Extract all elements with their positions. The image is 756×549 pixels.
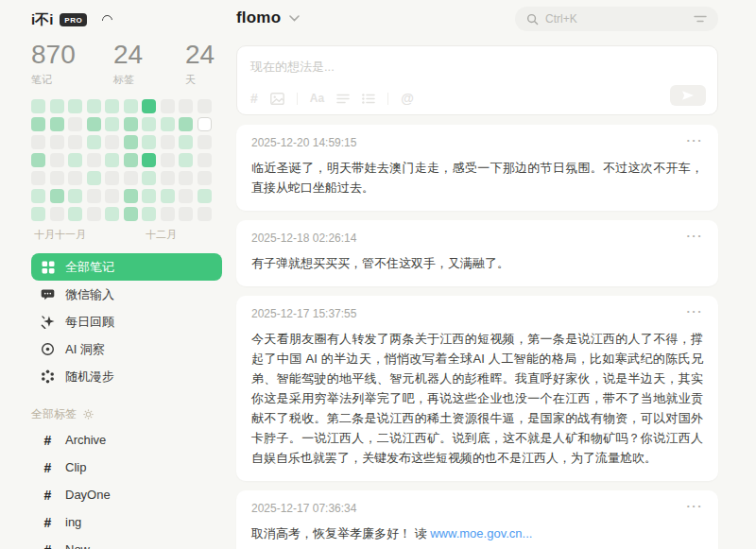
sync-icon[interactable] [100, 12, 114, 26]
heatmap-cell[interactable] [50, 99, 64, 113]
sidebar-item-wechat[interactable]: 微信输入 [31, 281, 222, 308]
heatmap-cell[interactable] [142, 117, 156, 131]
heatmap-cell[interactable] [179, 117, 193, 131]
heatmap-cell[interactable] [87, 117, 101, 131]
heatmap-cell[interactable] [87, 171, 101, 185]
heatmap-cell[interactable] [179, 189, 193, 203]
heatmap-cell[interactable] [198, 99, 212, 113]
heatmap-cell[interactable] [68, 207, 82, 221]
heatmap-cell[interactable] [31, 189, 45, 203]
heatmap-cell[interactable] [87, 207, 101, 221]
heatmap-cell[interactable] [179, 153, 193, 167]
image-icon[interactable] [270, 93, 284, 105]
note-link[interactable]: www.moe.gov.cn... [430, 526, 532, 540]
note-editor[interactable]: 现在的想法是... #Aa@ [236, 45, 718, 115]
tags-settings-icon[interactable] [83, 409, 94, 420]
heatmap-cell[interactable] [105, 189, 119, 203]
logo-dropdown[interactable]: flomo [236, 9, 300, 27]
heatmap-cell[interactable] [142, 135, 156, 149]
user-row[interactable]: i不i PRO [31, 11, 236, 28]
heatmap-cell[interactable] [198, 153, 212, 167]
heatmap-cell[interactable] [142, 171, 156, 185]
heatmap-cell[interactable] [161, 171, 175, 185]
heatmap-cell[interactable] [50, 153, 64, 167]
send-button[interactable] [670, 85, 706, 106]
note-menu-button[interactable]: ··· [687, 133, 704, 147]
heatmap-cell[interactable] [161, 117, 175, 131]
bullet-list-icon[interactable] [362, 94, 375, 104]
heatmap-cell[interactable] [50, 117, 64, 131]
heatmap-cell[interactable] [124, 189, 138, 203]
heatmap-cell[interactable] [124, 171, 138, 185]
heatmap-cell[interactable] [68, 99, 82, 113]
note-menu-button[interactable]: ··· [687, 499, 704, 513]
heatmap-cell[interactable] [124, 99, 138, 113]
note-menu-button[interactable]: ··· [687, 304, 704, 318]
sidebar-item-sparkle[interactable]: 每日回顾 [31, 308, 222, 335]
heatmap-cell[interactable] [179, 207, 193, 221]
heatmap-cell[interactable] [198, 207, 212, 221]
heatmap-cell[interactable] [31, 153, 45, 167]
text-style-icon[interactable]: Aa [310, 92, 324, 105]
heatmap-cell[interactable] [50, 207, 64, 221]
heatmap-cell[interactable] [124, 117, 138, 131]
sidebar-tag-now[interactable]: # Now [31, 536, 236, 549]
heatmap-cell[interactable] [142, 207, 156, 221]
heatmap-cell[interactable] [68, 117, 82, 131]
note-menu-button[interactable]: ··· [687, 229, 704, 243]
heatmap-cell[interactable] [161, 207, 175, 221]
heatmap-cell[interactable] [198, 189, 212, 203]
heatmap-cell[interactable] [198, 171, 212, 185]
heatmap-cell[interactable] [87, 99, 101, 113]
heatmap-cell[interactable] [105, 171, 119, 185]
heatmap-cell[interactable] [87, 189, 101, 203]
month-label-dec: 十二月 [146, 228, 177, 242]
sidebar-tag-ing[interactable]: # ing [31, 508, 236, 536]
heatmap-cell[interactable] [31, 135, 45, 149]
heatmap-cell[interactable] [68, 189, 82, 203]
heatmap-cell[interactable] [161, 153, 175, 167]
heatmap-cell[interactable] [161, 135, 175, 149]
mention-icon[interactable]: @ [401, 91, 414, 106]
align-list-icon[interactable] [336, 94, 350, 104]
heatmap-cell[interactable] [124, 153, 138, 167]
heatmap-cell[interactable] [124, 207, 138, 221]
heatmap-cell[interactable] [68, 135, 82, 149]
heatmap-cell[interactable] [68, 171, 82, 185]
heatmap-cell[interactable] [31, 207, 45, 221]
heatmap-cell[interactable] [142, 99, 156, 113]
heatmap-cell[interactable] [50, 171, 64, 185]
heatmap-cell[interactable] [198, 117, 212, 131]
heatmap-cell[interactable] [124, 135, 138, 149]
heatmap-cell[interactable] [161, 99, 175, 113]
sidebar-item-insight[interactable]: AI 洞察 [31, 335, 222, 363]
heatmap-cell[interactable] [68, 153, 82, 167]
heatmap-cell[interactable] [31, 99, 45, 113]
heatmap-cell[interactable] [50, 189, 64, 203]
heatmap-cell[interactable] [105, 99, 119, 113]
heatmap-cell[interactable] [31, 117, 45, 131]
heatmap-cell[interactable] [198, 135, 212, 149]
search-input[interactable]: Ctrl+K [515, 7, 718, 31]
heatmap-cell[interactable] [105, 135, 119, 149]
heatmap-cell[interactable] [179, 99, 193, 113]
heatmap-cell[interactable] [105, 117, 119, 131]
heatmap-cell[interactable] [142, 153, 156, 167]
heatmap-cell[interactable] [50, 135, 64, 149]
sidebar-item-walk[interactable]: 随机漫步 [31, 363, 222, 390]
heatmap-cell[interactable] [179, 135, 193, 149]
heatmap-cell[interactable] [31, 171, 45, 185]
heatmap-cell[interactable] [87, 135, 101, 149]
filter-icon[interactable] [694, 14, 707, 24]
heatmap-cell[interactable] [87, 153, 101, 167]
sidebar-tag-dayone[interactable]: # DayOne [31, 481, 236, 508]
heatmap-cell[interactable] [179, 171, 193, 185]
sidebar-item-grid[interactable]: 全部笔记 [31, 253, 222, 281]
sidebar-tag-clip[interactable]: # Clip [31, 454, 236, 481]
heatmap-cell[interactable] [105, 153, 119, 167]
heatmap-cell[interactable] [161, 189, 175, 203]
heatmap-cell[interactable] [105, 207, 119, 221]
sidebar-tag-archive[interactable]: # Archive [31, 426, 236, 454]
heatmap-cell[interactable] [142, 189, 156, 203]
hash-icon[interactable]: # [250, 91, 258, 106]
